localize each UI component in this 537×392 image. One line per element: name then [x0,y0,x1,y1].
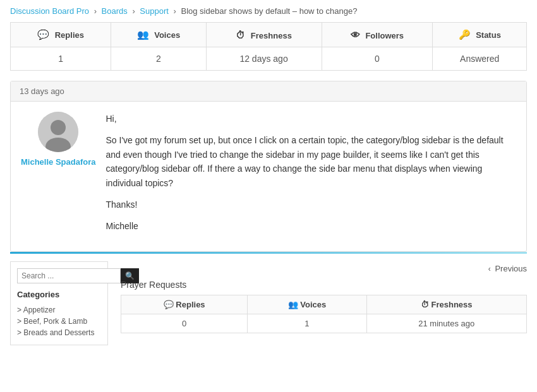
breadcrumb-link-boards[interactable]: Boards [102,6,128,16]
col-label-freshness: Freshness [251,31,292,40]
author-name[interactable]: Michelle Spadafora [21,157,95,167]
stat-status: Answered [433,47,527,71]
sidebar-categories: Categories Appetizer Beef, Pork & Lamb B… [17,290,101,338]
inline-preview: 🔍 Categories Appetizer Beef, Pork & Lamb… [10,254,527,353]
right-panel: ‹ Previous Prayer Requests 💬 Replies 👥 V… [121,261,527,345]
avatar [38,112,78,152]
post-container: 13 days ago Michelle Spadafora Hi, So I'… [10,81,527,252]
sidebar-categories-list: Appetizer Beef, Pork & Lamb Breads and D… [17,304,101,338]
col-header-followers: 👁 Followers [322,23,433,47]
stat-voices: 2 [111,47,207,71]
col-label-status: Status [476,30,501,40]
post-date: 13 days ago [20,86,64,96]
col-label-replies: Replies [55,30,84,40]
mini-replies-label: Replies [176,300,205,309]
breadcrumb-sep-2: › [132,6,137,16]
post-thanks: Thanks! [106,198,516,211]
freshness-icon: ⏱ [236,30,245,40]
col-header-replies: 💬 Replies [11,23,111,47]
mini-voices-icon: 👥 [288,300,301,309]
post-author: Michelle Spadafora [21,112,95,241]
followers-icon: 👁 [351,30,360,40]
col-header-status: 🔑 Status [433,23,527,47]
stat-followers: 0 [322,47,433,71]
voices-icon: 👥 [137,29,149,40]
previous-label: Previous [495,264,527,273]
mini-freshness-label: Freshness [431,300,473,309]
mini-freshness-icon: ⏱ [421,300,431,309]
col-header-freshness: ⏱ Freshness [206,23,322,47]
list-item: Breads and Desserts [17,327,101,338]
post-content: Hi, So I've got my forum set up, but onc… [106,112,516,241]
post-date-bar: 13 days ago [11,81,526,102]
mini-stat-freshness: 21 minutes ago [366,314,527,333]
post-body: Michelle Spadafora Hi, So I've got my fo… [11,102,526,251]
breadcrumb-sep-3: › [174,6,179,16]
sidebar-search-bar: 🔍 [17,268,101,283]
mini-stats-table: 💬 Replies 👥 Voices ⏱ Freshness 0 [121,295,527,333]
status-icon: 🔑 [459,29,471,40]
post-sign: Michelle [106,219,516,233]
stat-replies: 1 [11,47,111,71]
breadcrumb-link-support[interactable]: Support [140,6,169,16]
post-greeting: Hi, [106,112,516,126]
mini-col-replies: 💬 Replies [121,295,248,314]
prayer-title: Prayer Requests [121,280,527,290]
mini-col-voices: 👥 Voices [248,295,366,314]
sidebar-widget: 🔍 Categories Appetizer Beef, Pork & Lamb… [10,261,108,345]
stats-table: 💬 Replies 👥 Voices ⏱ Freshness 👁 Followe… [10,22,527,71]
breadcrumb-sep-1: › [94,6,99,16]
list-item: Beef, Pork & Lamb [17,316,101,327]
post-body-text: So I've got my forum set up, but once I … [106,133,516,190]
mini-stat-replies: 0 [121,314,248,333]
sidebar-search-input[interactable] [17,268,121,283]
mini-replies-icon: 💬 [164,300,176,309]
breadcrumb-link-discussion[interactable]: Discussion Board Pro [10,6,89,16]
chevron-left-icon: ‹ [488,264,491,273]
breadcrumb-current: Blog sidebar shows by default – how to c… [181,6,357,16]
mini-col-freshness: ⏱ Freshness [366,295,527,314]
stat-freshness: 12 days ago [206,47,322,71]
previous-link: ‹ Previous [121,261,527,280]
sidebar-categories-title: Categories [17,290,101,299]
mini-stat-voices: 1 [248,314,366,333]
list-item: Appetizer [17,304,101,316]
mini-voices-label: Voices [300,300,326,309]
replies-icon: 💬 [37,29,49,40]
col-label-followers: Followers [365,31,404,40]
col-label-voices: Voices [154,30,180,40]
col-header-voices: 👥 Voices [111,23,207,47]
breadcrumb: Discussion Board Pro › Boards › Support … [0,0,537,22]
svg-point-1 [51,120,66,135]
previous-button[interactable]: ‹ Previous [488,264,527,273]
